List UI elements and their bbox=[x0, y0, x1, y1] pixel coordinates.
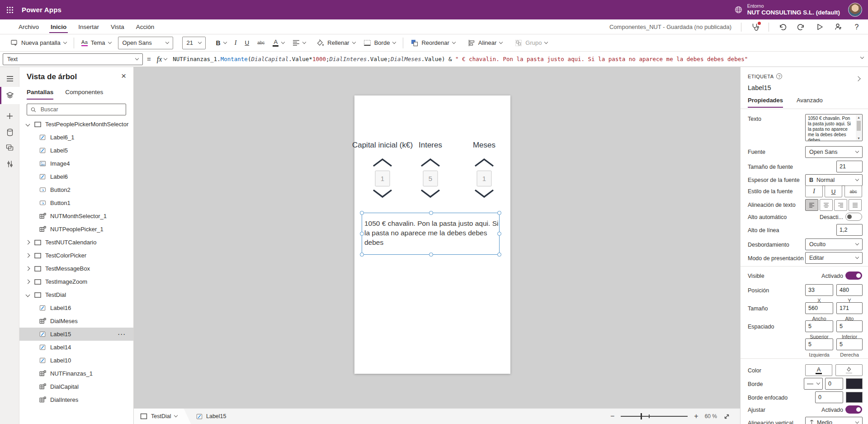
rail-hamburger-button[interactable] bbox=[0, 71, 19, 87]
chevron-down-icon[interactable] bbox=[26, 122, 30, 127]
resize-handle-e[interactable] bbox=[497, 232, 501, 236]
text-property-textarea[interactable]: 1050 € chavalin. Pon la pasta justo aqui… bbox=[805, 114, 863, 141]
font-size-select[interactable]: 21 bbox=[182, 37, 206, 49]
border-button[interactable]: Borde bbox=[359, 36, 400, 50]
collapse-panel-button[interactable] bbox=[856, 75, 860, 82]
share-button[interactable] bbox=[833, 22, 843, 33]
underline-toggle-button[interactable]: U bbox=[825, 186, 842, 197]
italic-toggle-button[interactable]: I bbox=[805, 186, 823, 197]
strikethrough-button[interactable]: abc bbox=[253, 36, 269, 50]
tree-item-TestDial[interactable]: TestDial bbox=[19, 288, 133, 301]
search-input[interactable] bbox=[40, 106, 122, 113]
resize-handle-se[interactable] bbox=[497, 252, 501, 257]
resize-handle-ne[interactable] bbox=[497, 211, 501, 215]
chevron-right-icon[interactable] bbox=[26, 280, 30, 284]
redo-button[interactable] bbox=[796, 22, 806, 33]
tree-item-NUTFinanzas_1[interactable]: NUTFinanzas_1 bbox=[19, 367, 133, 380]
dial-value-box[interactable]: 1 bbox=[375, 171, 390, 186]
padding-top-input[interactable] bbox=[805, 320, 833, 332]
tree-item-NUTMonthSelector_1[interactable]: NUTMonthSelector_1 bbox=[19, 210, 133, 223]
tree-item-TestMessageBox[interactable]: TestMessageBox bbox=[19, 262, 133, 275]
strikethrough-toggle-button[interactable]: abc bbox=[844, 186, 862, 197]
help-button[interactable]: ? bbox=[852, 22, 862, 33]
scrollbar-thumb[interactable] bbox=[857, 121, 861, 131]
waffle-menu-button[interactable] bbox=[0, 0, 20, 19]
tree-item-Label6_1[interactable]: Label6_1 bbox=[19, 131, 133, 144]
tree-item-DialMeses[interactable]: DialMeses bbox=[19, 314, 133, 328]
border-style-dropdown[interactable] bbox=[804, 378, 823, 390]
fill-color-picker-button[interactable] bbox=[835, 364, 863, 376]
tree-item-TestPeoplePickerMonthSelector[interactable]: TestPeoplePickerMonthSelector bbox=[19, 118, 133, 131]
width-input[interactable] bbox=[805, 302, 833, 314]
underline-button[interactable]: U bbox=[241, 36, 253, 50]
breadcrumb-screen[interactable]: TestDial bbox=[134, 409, 191, 424]
resize-handle-w[interactable] bbox=[360, 232, 364, 236]
formula-input[interactable]: NUTFinanzas_1.Montante(DialCapital.Value… bbox=[173, 56, 868, 62]
dial-up-chevron-icon[interactable] bbox=[474, 157, 495, 169]
fit-to-window-icon[interactable] bbox=[723, 413, 730, 420]
visible-toggle[interactable] bbox=[845, 272, 862, 280]
tree-item-NUTPeoplePicker_1[interactable]: NUTPeoplePicker_1 bbox=[19, 223, 133, 236]
undo-button[interactable] bbox=[778, 22, 788, 33]
tree-item-Image4[interactable]: Image4 bbox=[19, 157, 133, 170]
tree-item-Label16[interactable]: Label16 bbox=[19, 301, 133, 314]
chevron-right-icon[interactable] bbox=[26, 253, 30, 258]
scroll-down-icon[interactable]: ▼ bbox=[856, 136, 862, 140]
padding-left-input[interactable] bbox=[805, 338, 833, 350]
position-y-input[interactable] bbox=[836, 284, 863, 296]
align-button[interactable]: Alinear bbox=[464, 36, 506, 50]
menu-archivo[interactable]: Archivo bbox=[13, 19, 45, 34]
tab-avanzado[interactable]: Avanzado bbox=[797, 97, 823, 108]
chevron-down-icon[interactable] bbox=[26, 293, 30, 297]
display-mode-dropdown[interactable]: Editar bbox=[805, 252, 863, 264]
avatar[interactable] bbox=[848, 3, 862, 17]
zoom-in-button[interactable]: + bbox=[694, 412, 698, 420]
zoom-out-button[interactable]: − bbox=[610, 412, 614, 420]
text-align-button[interactable] bbox=[288, 36, 310, 50]
menu-accion[interactable]: Acción bbox=[130, 19, 160, 34]
textarea-scrollbar[interactable]: ▲ ▼ bbox=[856, 115, 862, 140]
close-icon[interactable]: × bbox=[121, 71, 126, 80]
fx-dropdown[interactable]: fx bbox=[155, 55, 169, 63]
chevron-right-icon[interactable] bbox=[26, 240, 30, 245]
italic-button[interactable]: I bbox=[231, 36, 241, 50]
font-size-input[interactable] bbox=[836, 161, 863, 172]
dial-value-box[interactable]: 1 bbox=[477, 171, 492, 186]
dial-down-chevron-icon[interactable] bbox=[420, 189, 441, 200]
tree-item-Button1[interactable]: Button1 bbox=[19, 196, 133, 210]
align-center-button[interactable] bbox=[820, 199, 833, 211]
border-color-swatch[interactable] bbox=[846, 378, 863, 389]
play-button[interactable] bbox=[815, 22, 825, 33]
chevron-right-icon[interactable] bbox=[26, 267, 30, 271]
dial-up-chevron-icon[interactable] bbox=[372, 157, 393, 169]
rail-data-button[interactable] bbox=[0, 124, 19, 140]
app-checker-button[interactable] bbox=[750, 22, 760, 33]
fuente-dropdown[interactable]: Open Sans bbox=[805, 146, 863, 158]
tree-item-Label6[interactable]: Label6 bbox=[19, 170, 133, 183]
tree-item-Label15[interactable]: Label15··· bbox=[19, 328, 133, 341]
tree-item-DialCapital[interactable]: DialCapital bbox=[19, 380, 133, 393]
tree-item-TestImageZoom[interactable]: TestImageZoom bbox=[19, 275, 133, 288]
height-input[interactable] bbox=[836, 302, 863, 314]
screen-artboard[interactable]: Meses1Interes5Capital inicial (k€)1 1050… bbox=[354, 95, 510, 374]
reorder-button[interactable]: Reordenar bbox=[406, 36, 459, 50]
rail-insert-button[interactable] bbox=[0, 108, 19, 124]
zoom-slider[interactable] bbox=[621, 416, 688, 417]
zoom-slider-handle[interactable] bbox=[641, 413, 642, 419]
border-width-input[interactable] bbox=[825, 378, 843, 390]
tab-propiedades[interactable]: Propiedades bbox=[748, 97, 783, 108]
overflow-dropdown[interactable]: Oculto bbox=[805, 238, 863, 250]
dial-down-chevron-icon[interactable] bbox=[372, 189, 393, 200]
tree-item-Label14[interactable]: Label14 bbox=[19, 341, 133, 354]
rail-advanced-tools-button[interactable] bbox=[0, 156, 19, 172]
focused-border-width-input[interactable] bbox=[815, 391, 843, 403]
align-left-button[interactable] bbox=[805, 199, 818, 211]
vertical-align-dropdown[interactable]: Medio bbox=[805, 417, 863, 424]
alto-automatico-toggle[interactable] bbox=[845, 213, 862, 221]
align-right-button[interactable] bbox=[834, 199, 847, 211]
rail-media-button[interactable] bbox=[0, 139, 19, 156]
resize-handle-nw[interactable] bbox=[360, 211, 364, 215]
bold-button[interactable]: B bbox=[212, 36, 231, 50]
resize-handle-s[interactable] bbox=[429, 252, 433, 257]
tree-item-TestNUTCalendario[interactable]: TestNUTCalendario bbox=[19, 236, 133, 249]
